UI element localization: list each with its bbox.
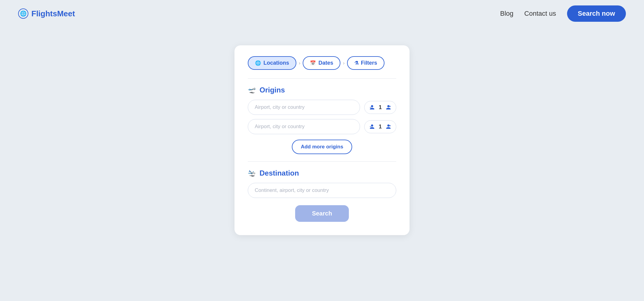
logo-text: FlightsMeet bbox=[31, 9, 75, 18]
tab-locations[interactable]: 🌐 Locations bbox=[248, 56, 296, 70]
destination-title-text: Destination bbox=[260, 169, 299, 177]
search-wrap: Search bbox=[248, 205, 396, 222]
search-button[interactable]: Search bbox=[295, 205, 349, 222]
passenger-count-1: 1 bbox=[377, 104, 383, 111]
destination-section-title: 🛬 Destination bbox=[248, 169, 396, 177]
dates-tab-icon: 📅 bbox=[310, 60, 316, 66]
filters-tab-label: Filters bbox=[361, 60, 377, 66]
person-minus-icon-1 bbox=[369, 105, 375, 110]
add-origins-wrap: Add more origins bbox=[248, 140, 396, 154]
passenger-ctrl-1: 1 bbox=[364, 101, 396, 114]
navbar: 🌐 FlightsMeet Blog Contact us Search now bbox=[0, 0, 644, 27]
locations-tab-label: Locations bbox=[263, 60, 289, 66]
filters-tab-icon: ⚗ bbox=[354, 60, 359, 66]
search-card: 🌐 Locations › 📅 Dates › ⚗ Filters 🛫 Orig… bbox=[234, 45, 410, 235]
passenger-increase-2[interactable] bbox=[386, 124, 391, 129]
locations-tab-icon: 🌐 bbox=[255, 60, 261, 66]
tab-dates[interactable]: 📅 Dates bbox=[303, 56, 340, 70]
origins-section-title: 🛫 Origins bbox=[248, 86, 396, 94]
tab-bar: 🌐 Locations › 📅 Dates › ⚗ Filters bbox=[248, 56, 396, 70]
origins-title-text: Origins bbox=[260, 86, 285, 94]
logo-link[interactable]: 🌐 FlightsMeet bbox=[18, 8, 75, 19]
search-now-button[interactable]: Search now bbox=[567, 5, 626, 22]
destination-input[interactable] bbox=[248, 183, 396, 198]
add-origins-button[interactable]: Add more origins bbox=[292, 140, 352, 154]
blog-link[interactable]: Blog bbox=[500, 10, 513, 18]
origin-input-1[interactable] bbox=[248, 100, 360, 115]
passenger-ctrl-2: 1 bbox=[364, 120, 396, 133]
divider-1 bbox=[248, 78, 396, 79]
tab-filters[interactable]: ⚗ Filters bbox=[347, 56, 384, 70]
passenger-decrease-1[interactable] bbox=[369, 105, 375, 110]
passenger-decrease-2[interactable] bbox=[369, 124, 375, 129]
arrow-2: › bbox=[343, 60, 344, 66]
origin-input-2[interactable] bbox=[248, 119, 360, 134]
arrow-1: › bbox=[299, 60, 300, 66]
contact-link[interactable]: Contact us bbox=[524, 10, 556, 18]
divider-2 bbox=[248, 161, 396, 162]
nav-right: Blog Contact us Search now bbox=[500, 5, 626, 22]
person-plus-icon-2 bbox=[386, 124, 391, 129]
plane-takeoff-icon: 🛫 bbox=[248, 86, 256, 94]
passenger-increase-1[interactable] bbox=[386, 105, 391, 110]
globe-icon: 🌐 bbox=[18, 8, 28, 19]
main-content: 🌐 Locations › 📅 Dates › ⚗ Filters 🛫 Orig… bbox=[0, 27, 644, 235]
person-plus-icon-1 bbox=[386, 105, 391, 110]
passenger-count-2: 1 bbox=[377, 124, 383, 130]
person-minus-icon-2 bbox=[369, 124, 375, 129]
plane-landing-icon: 🛬 bbox=[248, 169, 256, 177]
dates-tab-label: Dates bbox=[318, 60, 333, 66]
origin-row-1: 1 bbox=[248, 100, 396, 115]
origin-row-2: 1 bbox=[248, 119, 396, 134]
